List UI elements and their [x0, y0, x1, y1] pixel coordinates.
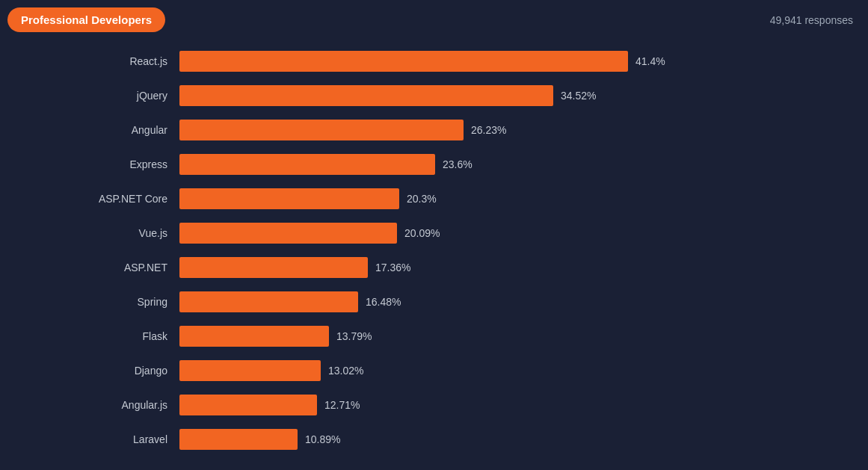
bar-label: Express — [0, 158, 179, 170]
bar — [179, 120, 464, 140]
response-count: 49,941 responses — [770, 14, 853, 26]
pct-label: 41.4% — [635, 55, 665, 67]
category-badge: Professional Developers — [7, 7, 165, 32]
chart-row: Spring16.48% — [0, 288, 838, 316]
chart-row: Flask13.79% — [0, 322, 838, 350]
bar-label: Vue.js — [0, 227, 179, 239]
pct-label: 10.89% — [305, 433, 340, 445]
pct-label: 13.79% — [336, 330, 372, 342]
header: Professional Developers 49,941 responses — [0, 0, 868, 40]
bar-wrapper: 20.3% — [179, 188, 838, 209]
pct-label: 23.6% — [443, 158, 473, 170]
bar-wrapper: 12.71% — [179, 395, 838, 415]
pct-label: 12.71% — [324, 399, 360, 411]
bar-label: Laravel — [0, 433, 179, 445]
pct-label: 16.48% — [366, 296, 401, 308]
bar-wrapper: 34.52% — [179, 85, 838, 106]
bar — [179, 154, 435, 175]
pct-label: 26.23% — [471, 124, 506, 136]
chart-row: Express23.6% — [0, 150, 838, 179]
bar — [179, 257, 368, 278]
bar — [179, 360, 321, 381]
chart-row: React.js41.4% — [0, 47, 838, 75]
bar-label: ASP.NET Core — [0, 193, 179, 205]
pct-label: 20.3% — [407, 193, 437, 205]
chart-row: Angular26.23% — [0, 116, 838, 144]
pct-label: 13.02% — [328, 365, 363, 377]
bar — [179, 85, 553, 106]
bar — [179, 326, 329, 347]
bar-wrapper: 26.23% — [179, 120, 838, 140]
chart-row: Django13.02% — [0, 356, 838, 385]
bar-label: jQuery — [0, 90, 179, 102]
pct-label: 17.36% — [375, 262, 410, 273]
bar-wrapper: 17.36% — [179, 257, 838, 278]
pct-label: 34.52% — [561, 90, 596, 102]
bar-label: Angular.js — [0, 399, 179, 411]
chart-row: Laravel10.89% — [0, 425, 838, 454]
bar — [179, 188, 399, 209]
bar — [179, 429, 298, 450]
bar-wrapper: 13.02% — [179, 360, 838, 381]
bar-wrapper: 13.79% — [179, 326, 838, 347]
chart-row: Angular.js12.71% — [0, 391, 838, 419]
bar-label: Flask — [0, 330, 179, 342]
chart-container: React.js41.4%jQuery34.52%Angular26.23%Ex… — [0, 40, 868, 470]
chart-row: ASP.NET Core20.3% — [0, 185, 838, 213]
bar — [179, 291, 358, 312]
bar — [179, 51, 628, 72]
bar-wrapper: 41.4% — [179, 51, 838, 72]
bar — [179, 395, 317, 415]
bar-label: React.js — [0, 55, 179, 67]
chart-row: jQuery34.52% — [0, 81, 838, 110]
chart-row: ASP.NET17.36% — [0, 253, 838, 282]
pct-label: 20.09% — [404, 227, 440, 239]
bar — [179, 223, 397, 244]
bar-label: Django — [0, 365, 179, 377]
bar-wrapper: 10.89% — [179, 429, 838, 450]
bar-label: Spring — [0, 296, 179, 308]
chart-row: Vue.js20.09% — [0, 219, 838, 247]
bar-label: ASP.NET — [0, 262, 179, 273]
bar-wrapper: 20.09% — [179, 223, 838, 244]
bar-wrapper: 23.6% — [179, 154, 838, 175]
bar-wrapper: 16.48% — [179, 291, 838, 312]
bar-label: Angular — [0, 124, 179, 136]
